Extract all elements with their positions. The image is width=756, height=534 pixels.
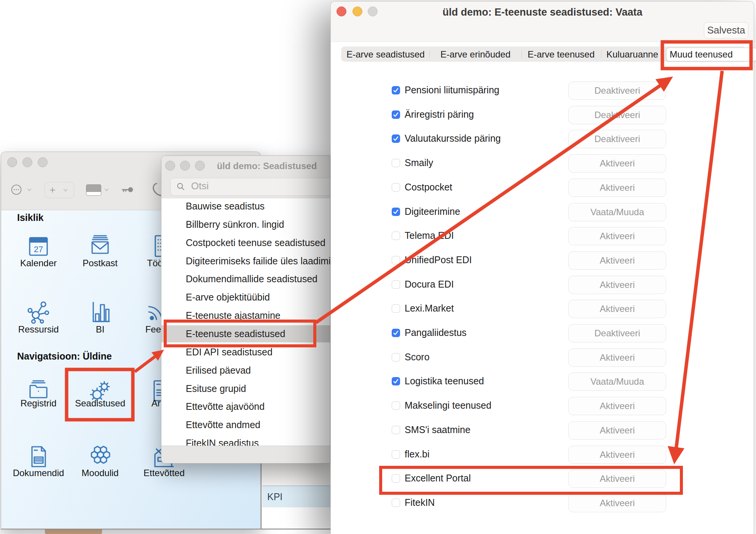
document-icon[interactable]	[26, 444, 51, 469]
service-checkbox[interactable]	[392, 329, 400, 337]
modules-icon[interactable]	[88, 444, 112, 469]
service-checkbox[interactable]	[392, 304, 400, 313]
service-checkbox[interactable]	[392, 426, 400, 434]
settings-item-label: Esituse grupid	[186, 383, 246, 394]
barchart-icon[interactable]	[88, 300, 112, 324]
search-input[interactable]	[190, 180, 306, 192]
minimize-button[interactable]	[180, 161, 190, 171]
service-checkbox[interactable]	[392, 280, 400, 289]
plus-icon	[48, 185, 57, 195]
service-action-button[interactable]: Aktiveeri	[568, 494, 666, 512]
minimize-button[interactable]	[352, 6, 362, 16]
tab-2[interactable]: E-arve erinõuded	[440, 49, 510, 60]
table-body	[262, 507, 330, 529]
zoom-button[interactable]	[38, 157, 48, 167]
service-checkbox[interactable]	[392, 499, 400, 507]
save-button[interactable]: Salvesta	[704, 22, 748, 38]
close-button[interactable]	[337, 6, 346, 16]
service-checkbox[interactable]	[392, 450, 400, 459]
language-flag-icon[interactable]	[86, 184, 101, 196]
chevron-down-icon[interactable]	[26, 186, 33, 193]
desktop-sliver	[45, 529, 102, 534]
settings-list-item[interactable]: Erilised päevad	[161, 362, 330, 379]
settings-list-item[interactable]: Ettevõtte ajavöönd	[161, 398, 330, 415]
close-button[interactable]	[7, 157, 17, 167]
tab-3[interactable]: E-arve teenused	[528, 49, 595, 60]
service-action-button[interactable]: Vaata/Muuda	[568, 203, 666, 221]
check-icon	[392, 378, 399, 385]
section-header: Isiklik	[17, 212, 44, 223]
service-label: Telema EDI	[405, 230, 454, 241]
service-action-button[interactable]: Deaktiveeri	[568, 324, 666, 342]
service-action-button[interactable]: Aktiveeri	[568, 397, 666, 415]
table-header-kpi: KPI	[267, 491, 282, 502]
key-icon[interactable]	[120, 183, 135, 197]
service-label: Costpocket	[405, 182, 452, 193]
service-checkbox[interactable]	[392, 134, 400, 143]
service-checkbox[interactable]	[392, 474, 400, 483]
search-field[interactable]	[170, 178, 330, 196]
settings-item-label: Billberry sünkron. lingid	[186, 219, 284, 230]
service-checkbox[interactable]	[392, 110, 400, 119]
service-label: SMS'i saatmine	[405, 424, 471, 435]
service-checkbox[interactable]	[392, 353, 400, 361]
tab-4[interactable]: Kuluaruanne	[606, 49, 658, 60]
settings-list-item[interactable]: EDI API seadistused	[161, 344, 330, 361]
minimize-button[interactable]	[22, 157, 32, 167]
network-icon[interactable]	[26, 300, 51, 324]
mail-icon[interactable]	[88, 234, 112, 258]
settings-item-label: Erilised päevad	[186, 365, 251, 376]
settings-item-label: Digiteerimiseks failide üles laadimine	[186, 256, 330, 267]
service-action-button[interactable]: Deaktiveeri	[568, 82, 666, 100]
check-icon	[392, 87, 399, 94]
chevron-down-icon[interactable]	[103, 186, 110, 193]
service-action-button[interactable]: Aktiveeri	[568, 300, 666, 318]
zoom-button[interactable]	[368, 6, 378, 16]
service-action-button[interactable]: Deaktiveeri	[568, 106, 666, 124]
settings-list-item[interactable]: Ettevõtte andmed	[161, 416, 330, 433]
service-action-button[interactable]: Aktiveeri	[568, 154, 666, 173]
service-action-button[interactable]: Aktiveeri	[568, 421, 666, 440]
service-action-button[interactable]: Deaktiveeri	[568, 130, 666, 148]
settings-list-item[interactable]: Digiteerimiseks failide üles laadimine	[161, 253, 330, 270]
service-action-button[interactable]: Aktiveeri	[568, 446, 666, 464]
service-action-button[interactable]: Aktiveeri	[568, 349, 666, 367]
service-checkbox[interactable]	[392, 208, 400, 216]
zoom-button[interactable]	[195, 161, 205, 171]
settings-list-item[interactable]: Costpocketi teenuse seadistused	[161, 234, 330, 251]
settings-list-item[interactable]: E-teenuste seadistused	[161, 325, 330, 342]
close-button[interactable]	[165, 161, 175, 171]
service-label: UnifiedPost EDI	[405, 254, 472, 265]
check-icon	[392, 329, 399, 336]
service-checkbox[interactable]	[392, 401, 400, 410]
service-action-button[interactable]: Aktiveeri	[568, 470, 666, 488]
service-action-button[interactable]: Aktiveeri	[568, 227, 666, 245]
settings-item-label: E-teenuste ajastamine	[186, 310, 281, 321]
icon-label: Registrid	[21, 398, 57, 409]
service-checkbox[interactable]	[392, 159, 400, 167]
service-action-button[interactable]: Aktiveeri	[568, 276, 666, 294]
ellipsis-menu-icon[interactable]	[10, 183, 23, 197]
table-header-row[interactable]: KPI	[262, 486, 330, 508]
service-action-button[interactable]: Aktiveeri	[568, 179, 666, 197]
settings-list-item[interactable]: E-teenuste ajastamine	[161, 307, 330, 324]
search-icon	[176, 182, 186, 192]
service-label: flex.bi	[405, 449, 429, 460]
tab-5[interactable]: Muud teenused	[670, 49, 732, 60]
tab-1[interactable]: E-arve seadistused	[346, 49, 424, 60]
service-checkbox[interactable]	[392, 183, 400, 192]
service-checkbox[interactable]	[392, 232, 400, 240]
settings-list-item[interactable]: E-arve objektitüübid	[161, 289, 330, 306]
settings-list-item[interactable]: Esituse grupid	[161, 380, 330, 397]
settings-list-item[interactable]: Dokumendimallide seadistused	[161, 270, 330, 288]
settings-footer-bar	[161, 446, 330, 463]
service-checkbox[interactable]	[392, 256, 400, 264]
add-button[interactable]	[45, 182, 74, 198]
service-action-button[interactable]: Vaata/Muuda	[568, 373, 666, 391]
service-action-button[interactable]: Aktiveeri	[568, 251, 666, 270]
settings-list-item[interactable]: Billberry sünkron. lingid	[161, 216, 330, 233]
service-checkbox[interactable]	[392, 86, 400, 94]
service-checkbox[interactable]	[392, 377, 400, 385]
settings-list-item[interactable]: Bauwise seadistus	[161, 198, 330, 215]
calendar-day-badge: 27	[34, 245, 43, 254]
